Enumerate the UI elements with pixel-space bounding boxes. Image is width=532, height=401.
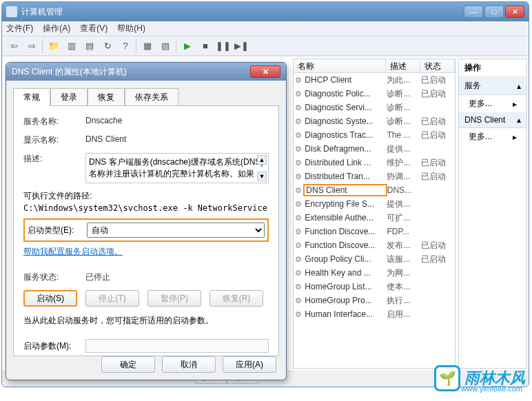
startup-type-select[interactable]: 自动: [87, 223, 265, 238]
back-button[interactable]: ⇦: [6, 39, 21, 54]
service-row[interactable]: ⚙Diagnostic Servi...诊断...: [294, 101, 455, 114]
tab-dependencies[interactable]: 依存关系: [125, 88, 178, 106]
gear-icon: ⚙: [294, 103, 303, 112]
tab-logon[interactable]: 登录: [50, 88, 88, 106]
properties-icon[interactable]: ▥: [64, 39, 79, 54]
service-desc: 为此...: [387, 74, 420, 86]
gear-icon: ⚙: [294, 296, 303, 305]
service-row[interactable]: ⚙Function Discove...FDP...: [294, 225, 455, 238]
gear-icon: ⚙: [294, 117, 303, 126]
apply-button[interactable]: 应用(A): [223, 356, 276, 373]
label-startup-type: 启动类型(E):: [28, 225, 87, 236]
start-params-input[interactable]: [85, 339, 269, 353]
service-name: HomeGroup Pro...: [303, 296, 387, 305]
restart-icon[interactable]: ▶❚: [234, 39, 249, 54]
service-name: Diagnostic Servi...: [303, 103, 387, 112]
export-icon[interactable]: ▤: [82, 39, 97, 54]
stop-icon[interactable]: ■: [198, 39, 213, 54]
services-list-pane: 名称 描述 状态 ⚙DHCP Client为此...已启动⚙Diagnostic…: [293, 59, 456, 369]
col-status[interactable]: 状态: [420, 59, 455, 72]
service-row[interactable]: ⚙Disk Defragmen...提供...: [294, 142, 455, 156]
label-service-name: 服务名称:: [23, 116, 85, 127]
service-row[interactable]: ⚙Function Discove...发布...已启动: [294, 238, 455, 252]
list-icon[interactable]: ▧: [158, 39, 173, 54]
service-row[interactable]: ⚙DNS ClientDNS...: [294, 183, 455, 197]
chevron-up-icon: ▴: [517, 115, 521, 125]
scroll-down-button[interactable]: ▼: [257, 172, 267, 181]
col-name[interactable]: 名称: [294, 59, 386, 72]
gear-icon: ⚙: [294, 255, 303, 264]
service-desc: 该服...: [387, 254, 420, 265]
service-desc: 为网...: [387, 267, 420, 279]
service-name: Diagnostics Trac...: [303, 130, 387, 140]
tab-recovery[interactable]: 恢复: [88, 88, 125, 106]
menu-action[interactable]: 操作(A): [43, 23, 70, 34]
service-row[interactable]: ⚙Diagnostics Trac...The ...已启动: [294, 128, 455, 142]
maximize-button[interactable]: □: [484, 6, 504, 18]
description-box[interactable]: DNS 客户端服务(dnscache)缓存域名系统(DNS)名称并注册该计算机的…: [85, 153, 269, 183]
gear-icon: ⚙: [294, 145, 303, 154]
menu-file[interactable]: 文件(F): [6, 23, 33, 34]
service-row[interactable]: ⚙Encrypting File S...提供...: [294, 197, 455, 211]
gear-icon: ⚙: [294, 282, 303, 291]
service-status: 已启动: [421, 130, 455, 141]
list-header: 名称 描述 状态: [294, 59, 455, 73]
scroll-up-button[interactable]: ▲: [257, 155, 267, 165]
play-icon[interactable]: ▶: [180, 39, 195, 54]
grid-icon[interactable]: ▦: [140, 39, 155, 54]
refresh-icon[interactable]: ↻: [100, 39, 115, 54]
service-row[interactable]: ⚙Distributed Tran...协调...已启动: [294, 169, 455, 183]
minimize-button[interactable]: —: [464, 6, 483, 18]
pause-icon[interactable]: ❚❚: [216, 39, 231, 54]
titlebar[interactable]: 计算机管理 — □ ✕: [2, 2, 529, 21]
actions-services-label: 服务: [464, 80, 481, 92]
dialog-titlebar[interactable]: DNS Client 的属性(本地计算机) ✕: [6, 63, 286, 81]
start-button[interactable]: 启动(S): [23, 290, 77, 307]
services-list[interactable]: ⚙DHCP Client为此...已启动⚙Diagnostic Polic...…: [294, 73, 455, 321]
value-exe-path: C:\Windows\system32\svchost.exe -k Netwo…: [23, 203, 269, 213]
menu-view[interactable]: 查看(V): [80, 23, 108, 34]
service-status: 已启动: [421, 240, 455, 251]
service-row[interactable]: ⚙Diagnostic Syste...诊断...已启动: [294, 114, 455, 128]
pause-button: 暂停(P): [147, 290, 201, 307]
service-row[interactable]: ⚙HomeGroup List...使本...: [294, 280, 455, 294]
menu-help[interactable]: 帮助(H): [117, 23, 145, 34]
service-name: Disk Defragmen...: [303, 144, 387, 154]
service-desc: FDP...: [387, 227, 420, 236]
service-row[interactable]: ⚙Health Key and ...为网...: [294, 266, 455, 280]
service-row[interactable]: ⚙Diagnostic Polic...诊断...已启动: [294, 87, 455, 101]
watermark: 🌱 雨林木风 www.ylmf888.com: [434, 365, 525, 391]
dialog-close-button[interactable]: ✕: [250, 65, 280, 78]
service-row[interactable]: ⚙Distributed Link ...维护...已启动: [294, 156, 455, 169]
watermark-logo-icon: 🌱: [434, 365, 460, 391]
actions-section-services[interactable]: 服务 ▴: [459, 77, 526, 95]
more-label: 更多...: [469, 131, 492, 143]
col-desc[interactable]: 描述: [386, 59, 420, 72]
actions-section-current[interactable]: DNS Client ▴: [459, 112, 526, 128]
service-row[interactable]: ⚙HomeGroup Pro...执行...: [294, 294, 455, 307]
service-name: Diagnostic Polic...: [303, 89, 387, 99]
service-row[interactable]: ⚙DHCP Client为此...已启动: [294, 73, 455, 87]
actions-more-1[interactable]: 更多... ▸: [459, 95, 526, 112]
actions-more-2[interactable]: 更多... ▸: [459, 128, 526, 145]
ok-button[interactable]: 确定: [101, 356, 155, 373]
service-desc: 提供...: [387, 198, 420, 210]
service-name: DNS Client: [303, 184, 387, 196]
help-icon[interactable]: ?: [118, 39, 133, 54]
service-row[interactable]: ⚙Human Interface...启用...: [294, 307, 455, 321]
separator: [176, 39, 177, 54]
close-button[interactable]: ✕: [505, 6, 524, 18]
tab-general[interactable]: 常规: [13, 88, 50, 106]
service-row[interactable]: ⚙Group Policy Cli...该服...已启动: [294, 252, 455, 266]
gear-icon: ⚙: [294, 90, 303, 99]
service-status: 已启动: [421, 157, 455, 169]
label-display-name: 显示名称:: [23, 134, 85, 146]
service-name: Encrypting File S...: [303, 199, 387, 209]
gear-icon: ⚙: [294, 310, 303, 319]
help-link[interactable]: 帮助我配置服务启动选项。: [23, 247, 123, 256]
cancel-button[interactable]: 取消: [162, 356, 216, 373]
gear-icon: ⚙: [294, 269, 303, 278]
forward-button[interactable]: ⇨: [24, 39, 39, 54]
folder-icon[interactable]: 📁: [46, 39, 61, 54]
service-row[interactable]: ⚙Extensible Authe...可扩...: [294, 211, 455, 225]
